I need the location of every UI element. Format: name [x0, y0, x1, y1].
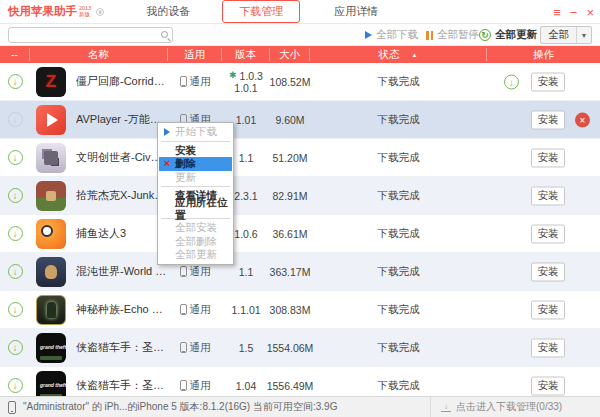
download-circle-icon[interactable]: ↓: [8, 112, 23, 127]
col-compat[interactable]: 适用: [168, 48, 222, 61]
app-name: 拾荒杰克X-Junk Jack X: [76, 188, 168, 203]
table-row[interactable]: ↓ 捕鱼达人3 通用 ✱1.0.6 36.61M 下载完成: [0, 215, 600, 253]
pause-icon: [426, 31, 433, 40]
version-value: ✱1.1: [239, 266, 254, 278]
tab-download-manager[interactable]: 下载管理: [222, 0, 300, 23]
col-name[interactable]: 名称: [30, 48, 168, 61]
logo-dropdown-icon[interactable]: ∨: [96, 8, 104, 16]
table-body: ↓ Z 僵尸回廊-Corridor Z 通用 ✱1.0.3 1.0.1 108.…: [0, 63, 600, 396]
context-menu-item[interactable]: 全部更新: [159, 248, 232, 262]
app-name: AVPlayer -万能播放器: [76, 112, 168, 127]
status-value: 下载完成: [378, 341, 420, 355]
app-icon: [36, 105, 66, 135]
update-circle-icon[interactable]: ↓: [504, 74, 519, 89]
operation-cell: ↓ 安装 ×: [487, 367, 600, 396]
download-circle-icon[interactable]: ↓: [8, 302, 23, 317]
size-value: 51.20M: [272, 152, 307, 164]
context-menu-item[interactable]: 全部删除: [159, 235, 232, 249]
install-button[interactable]: 安装: [531, 338, 565, 357]
col-version[interactable]: 版本: [222, 48, 270, 61]
col-status[interactable]: 状态▲: [310, 48, 487, 61]
download-circle-icon[interactable]: ↓: [8, 264, 23, 279]
app-icon: [36, 181, 66, 211]
table-row[interactable]: ↓ 拾荒杰克X-Junk Jack X 通用 ✱2.3.1 82.91M 下载完…: [0, 177, 600, 215]
install-button[interactable]: 安装: [531, 376, 565, 395]
size-value: 308.83M: [270, 304, 311, 316]
download-circle-icon[interactable]: ↓: [8, 74, 23, 89]
context-menu-item[interactable]: × 删除: [159, 157, 232, 171]
version-value: ✱1.01: [236, 114, 256, 126]
pause-all-button[interactable]: 全部暂停: [426, 24, 479, 46]
table-row[interactable]: ↓ 神秘种族-Echo Prime 通用 ✱1.1.01 308.83M 下载完…: [0, 291, 600, 329]
version-value: ✱1.1: [239, 152, 254, 164]
table-row[interactable]: ↓ 混沌世界-World of Khaos 通用 ✱1.1 363.17M 下载…: [0, 253, 600, 291]
status-value: 下载完成: [378, 303, 420, 317]
version-value: ✱1.0.3 1.0.1: [229, 70, 263, 94]
col-operation[interactable]: 操作: [487, 48, 600, 61]
compat-badge: 通用: [180, 341, 211, 355]
install-button[interactable]: 安装: [531, 186, 565, 205]
device-icon: [180, 380, 187, 391]
download-entry[interactable]: ↓ 点击进入下载管理(0/33): [430, 397, 562, 417]
table-row[interactable]: ↓ grand theft auto 侠盗猎车手：圣安地列斯-... 通用 ✱1…: [0, 329, 600, 367]
download-all-button[interactable]: 全部下载: [365, 24, 418, 46]
table-row[interactable]: ↓ Z 僵尸回廊-Corridor Z 通用 ✱1.0.3 1.0.1 108.…: [0, 63, 600, 101]
remove-icon[interactable]: ×: [575, 112, 590, 127]
compat-badge: 通用: [180, 265, 211, 279]
install-button[interactable]: 安装: [531, 110, 565, 129]
operation-cell: ↓ 安装 ×: [487, 177, 600, 214]
col-select: --: [0, 48, 30, 61]
compat-badge: 通用: [180, 75, 211, 89]
context-menu-item[interactable]: 全部安装: [159, 221, 232, 235]
context-menu-item[interactable]: 安装: [159, 144, 232, 158]
filter-dropdown[interactable]: 全部 ▼: [540, 26, 592, 44]
install-button[interactable]: 安装: [531, 148, 565, 167]
menu-icon[interactable]: ≡: [553, 6, 561, 19]
search-icon: [161, 31, 168, 38]
app-logo: 快用苹果助手 2013 新版 ∨: [8, 4, 104, 19]
close-icon[interactable]: ×: [586, 6, 594, 19]
app-name: 混沌世界-World of Khaos: [76, 264, 168, 279]
window-controls: ≡ − ×: [553, 0, 594, 24]
app-icon: grand theft auto: [36, 371, 66, 397]
device-info: "Administrator" 的 iPh...的iPhone 5 版本:8.1…: [23, 400, 337, 414]
size-value: 363.17M: [270, 266, 311, 278]
table-row[interactable]: ↓ grand theft auto 侠盗猎车手：圣安地列斯... 通用 ✱1.…: [0, 367, 600, 396]
context-menu-item[interactable]: 更新: [159, 171, 232, 185]
search-box[interactable]: [8, 27, 173, 43]
menu-separator: [161, 186, 230, 187]
size-value: 82.91M: [272, 190, 307, 202]
download-circle-icon[interactable]: ↓: [8, 150, 23, 165]
install-button[interactable]: 安装: [531, 300, 565, 319]
download-circle-icon[interactable]: ↓: [8, 340, 23, 355]
install-button[interactable]: 安装: [531, 72, 565, 91]
col-size[interactable]: 大小: [270, 48, 310, 61]
context-menu: 开始下载 安装 × 删除 更新 查看详情 应用所在位置 全部安装 全部删除 全部…: [157, 122, 234, 265]
search-input[interactable]: [13, 28, 153, 42]
operation-cell: ↓ 安装 ×: [487, 253, 600, 290]
minimize-icon[interactable]: −: [570, 6, 578, 19]
download-circle-icon[interactable]: ↓: [8, 226, 23, 241]
context-menu-item[interactable]: 应用所在位置: [159, 203, 232, 217]
app-name: 文明创世者-CivCrafter: [76, 150, 168, 165]
download-circle-icon[interactable]: ↓: [8, 188, 23, 203]
context-menu-item[interactable]: 开始下载: [159, 125, 232, 139]
size-value: 108.52M: [270, 76, 311, 88]
tab-my-device[interactable]: 我的设备: [146, 4, 190, 19]
app-icon: Z: [36, 67, 66, 97]
download-circle-icon[interactable]: ↓: [8, 378, 23, 393]
status-value: 下载完成: [378, 151, 420, 165]
play-icon: [164, 128, 170, 136]
tab-app-detail[interactable]: 应用详情: [334, 4, 378, 19]
table-row[interactable]: ↓ 文明创世者-CivCrafter 通用 ✱1.1 51.20M 下载完成: [0, 139, 600, 177]
table-header: -- 名称 适用 版本 大小 状态▲ 操作: [0, 46, 600, 63]
table-row[interactable]: ↓ AVPlayer -万能播放器 通用 ✱1.01 9.60M 下载完成: [0, 101, 600, 139]
operation-cell: ↓ 安装 ×: [487, 139, 600, 176]
install-button[interactable]: 安装: [531, 224, 565, 243]
app-icon: [36, 143, 66, 173]
update-all-button[interactable]: ↻ 全部更新: [479, 24, 537, 46]
install-button[interactable]: 安装: [531, 262, 565, 281]
device-icon: [180, 266, 187, 277]
status-bar: "Administrator" 的 iPh...的iPhone 5 版本:8.1…: [0, 396, 600, 417]
operation-cell: ↓ 安装 ×: [487, 101, 600, 138]
